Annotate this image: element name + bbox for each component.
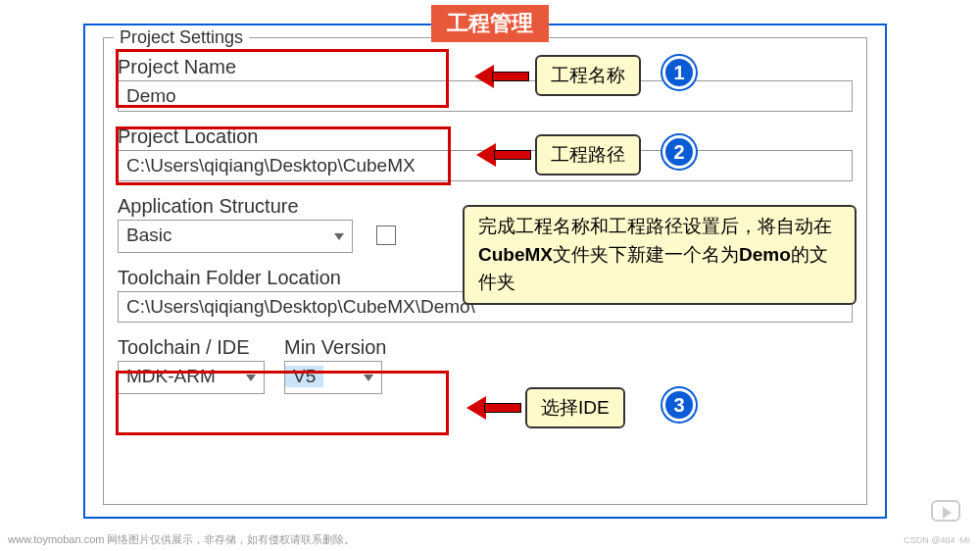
arrow-icon: [474, 65, 528, 88]
main-panel: Project Settings Project Name Project Lo…: [83, 24, 887, 519]
project-settings-fieldset: Project Settings Project Name Project Lo…: [103, 37, 867, 505]
min-version-label: Min Version: [284, 336, 387, 359]
callout-bold: CubeMX: [478, 244, 553, 265]
callout-project-location: 工程路径: [535, 134, 641, 175]
callout-text: 文件夹下新建一个名为: [553, 244, 739, 265]
highlight-box-project-name: [116, 49, 449, 108]
callout-text: 完成工程名称和工程路径设置后，将自动在: [478, 216, 832, 236]
app-structure-value: Basic: [126, 225, 172, 245]
callout-bold: Demo: [739, 244, 791, 265]
app-structure-checkbox[interactable]: [376, 225, 396, 245]
arrow-icon: [476, 143, 530, 167]
title-banner: 工程管理: [431, 5, 549, 42]
callout-select-ide: 选择IDE: [525, 387, 625, 428]
fieldset-legend: Project Settings: [114, 27, 249, 48]
app-structure-label: Application Structure: [118, 195, 396, 218]
watermark-right: CSDN @404 ·Mr: [904, 535, 970, 545]
toolchain-ide-label: Toolchain / IDE: [118, 336, 265, 359]
app-structure-dropdown[interactable]: Basic: [118, 220, 353, 253]
highlight-box-toolchain: [116, 371, 449, 435]
play-icon[interactable]: [931, 500, 960, 522]
step-badge-3: 3: [662, 388, 696, 422]
step-badge-2: 2: [662, 135, 696, 169]
callout-project-name: 工程名称: [535, 55, 641, 96]
arrow-icon: [466, 396, 520, 420]
footer-disclaimer: www.toymoban.com 网络图片仅供展示，非存储，如有侵权请联系删除。: [8, 532, 355, 547]
callout-description: 完成工程名称和工程路径设置后，将自动在CubeMX文件夹下新建一个名为Demo的…: [463, 205, 857, 305]
highlight-box-project-location: [116, 126, 451, 185]
step-badge-1: 1: [662, 56, 696, 89]
